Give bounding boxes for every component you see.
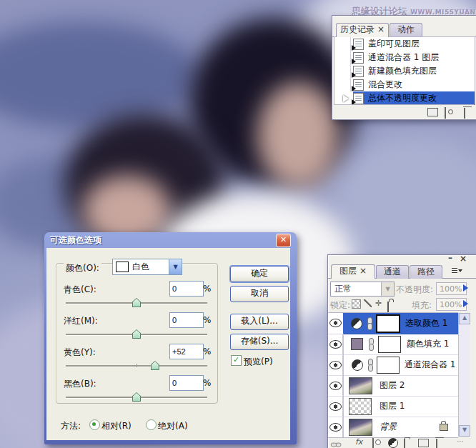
history-row[interactable]: 盖印可见图层 bbox=[334, 37, 475, 51]
add-mask-icon[interactable] bbox=[372, 438, 374, 448]
close-icon[interactable]: ✕ bbox=[276, 234, 291, 247]
new-group-icon[interactable] bbox=[404, 439, 405, 448]
panel-close-icon[interactable]: × bbox=[460, 254, 467, 264]
visibility-well[interactable] bbox=[328, 375, 344, 396]
tab-channels-label: 通道 bbox=[384, 267, 401, 277]
black-label: 黑色(B): bbox=[64, 378, 96, 390]
chevron-down-icon[interactable]: ▼ bbox=[169, 259, 182, 274]
opacity-value[interactable]: 100% bbox=[436, 282, 467, 295]
tab-actions[interactable]: 动作 bbox=[390, 23, 422, 36]
layer-row[interactable]: 通道混合器 1 bbox=[328, 354, 458, 376]
history-state-label: 总体不透明度更改 bbox=[368, 92, 437, 104]
black-input[interactable] bbox=[169, 375, 204, 391]
visibility-well[interactable] bbox=[328, 334, 344, 354]
history-state-label: 混合更改 bbox=[368, 79, 402, 91]
new-layer-icon[interactable] bbox=[418, 439, 429, 447]
visibility-well[interactable] bbox=[328, 396, 344, 417]
opacity-slider-arrow-icon[interactable] bbox=[463, 284, 468, 292]
tab-channels[interactable]: 通道 bbox=[376, 265, 409, 279]
visibility-well[interactable] bbox=[328, 354, 344, 375]
load-button[interactable]: 载入(L)... bbox=[230, 314, 289, 330]
layer-thumbnail[interactable] bbox=[349, 377, 372, 394]
absolute-radio[interactable] bbox=[146, 419, 157, 430]
scroll-down-icon[interactable]: ▼ bbox=[459, 425, 470, 437]
history-row[interactable]: 混合更改 bbox=[334, 78, 475, 91]
new-adjustment-layer-icon[interactable] bbox=[388, 438, 398, 448]
magenta-input[interactable] bbox=[169, 312, 204, 328]
magenta-slider[interactable] bbox=[66, 334, 207, 336]
layer-name: 图层 1 bbox=[380, 400, 405, 412]
eye-icon[interactable] bbox=[329, 382, 342, 390]
lock-position-icon[interactable]: ✛ bbox=[375, 299, 382, 307]
eye-icon[interactable] bbox=[329, 361, 342, 369]
lock-all-icon[interactable] bbox=[387, 302, 389, 313]
new-snapshot-icon[interactable] bbox=[445, 107, 446, 119]
tab-layers[interactable]: 图层 × bbox=[331, 264, 375, 279]
lock-pixels-icon[interactable] bbox=[364, 299, 372, 307]
layer-row[interactable]: 图层 1 bbox=[328, 396, 458, 417]
color-select[interactable]: 白色 ▼ bbox=[112, 259, 182, 275]
blend-mode-value: 正常 bbox=[334, 283, 352, 295]
layers-panel: – × 图层 × 通道 路径 正常 ▼ 不透明度: 100% 锁定: ✛ 填充:… bbox=[327, 254, 476, 448]
layer-row-background[interactable]: 背景 bbox=[328, 417, 458, 437]
eye-icon[interactable] bbox=[329, 423, 342, 432]
visibility-well[interactable] bbox=[328, 417, 344, 437]
history-row-selected[interactable]: 总体不透明度更改 bbox=[334, 91, 475, 105]
layer-list-scrollbar[interactable]: ▲ ▼ bbox=[458, 313, 470, 437]
link-mask-icon bbox=[367, 317, 372, 329]
layer-mask-thumbnail[interactable] bbox=[376, 314, 400, 333]
layers-tab-strip: 图层 × 通道 路径 bbox=[328, 264, 476, 279]
layer-name: 背景 bbox=[380, 421, 397, 433]
layer-row-selected[interactable]: 选取颜色 1 bbox=[328, 313, 458, 334]
relative-radio[interactable] bbox=[89, 419, 100, 430]
black-slider[interactable] bbox=[66, 397, 207, 399]
visibility-well[interactable] bbox=[328, 313, 343, 334]
fill-label: 填充: bbox=[412, 299, 432, 312]
cancel-button[interactable]: 取消 bbox=[230, 286, 289, 302]
layer-row[interactable]: 颜色填充 1 bbox=[328, 334, 458, 355]
history-state-icon bbox=[353, 66, 364, 77]
eye-icon[interactable] bbox=[329, 319, 342, 327]
fill-value[interactable]: 100% bbox=[436, 298, 467, 311]
ok-button[interactable]: 确定 bbox=[230, 266, 289, 282]
eye-icon[interactable] bbox=[329, 340, 342, 349]
photo-bg-blob bbox=[336, 136, 476, 272]
photo-bg-blob bbox=[0, 21, 200, 129]
cyan-input[interactable] bbox=[169, 281, 204, 297]
layer-row[interactable]: 图层 2 bbox=[328, 375, 458, 397]
cyan-slider[interactable] bbox=[66, 302, 207, 304]
eye-icon[interactable] bbox=[329, 402, 342, 411]
preview-checkbox[interactable]: ✓ bbox=[231, 355, 242, 366]
blend-mode-select[interactable]: 正常 ▼ bbox=[330, 282, 395, 297]
resize-grip-icon[interactable]: ⋯ bbox=[457, 437, 464, 445]
magenta-unit: % bbox=[203, 315, 211, 325]
history-row[interactable]: 新建颜色填充图层 bbox=[334, 64, 475, 78]
layer-thumbnail[interactable] bbox=[349, 419, 372, 436]
fill-slider-arrow-icon[interactable] bbox=[463, 300, 468, 307]
lock-transparency-icon[interactable] bbox=[352, 299, 361, 309]
save-button[interactable]: 存储(S)... bbox=[230, 334, 289, 350]
fill-layer-swatch bbox=[351, 338, 363, 350]
new-document-from-state-icon[interactable] bbox=[427, 108, 438, 116]
history-brush-well[interactable] bbox=[334, 91, 353, 105]
delete-state-icon[interactable] bbox=[464, 108, 465, 119]
layer-style-fx-icon[interactable]: fx bbox=[355, 437, 362, 447]
dialog-titlebar[interactable]: 可选颜色选项 ✕ bbox=[46, 232, 294, 248]
scroll-up-icon[interactable]: ▲ bbox=[459, 313, 470, 324]
yellow-input[interactable] bbox=[169, 344, 204, 359]
layer-mask-thumbnail[interactable] bbox=[378, 336, 401, 353]
layer-mask-thumbnail[interactable] bbox=[377, 357, 400, 374]
panel-minimize-icon[interactable]: – bbox=[448, 254, 452, 263]
history-row[interactable]: 通道混合器 1 图层 bbox=[334, 51, 475, 64]
link-layers-icon[interactable] bbox=[332, 443, 342, 447]
layer-thumbnail[interactable] bbox=[349, 398, 372, 415]
tab-history-label: 历史记录 × bbox=[340, 24, 385, 34]
yellow-slider[interactable] bbox=[66, 365, 207, 367]
history-state-pointer-icon[interactable] bbox=[343, 95, 349, 102]
adjustment-layer-icon bbox=[351, 318, 362, 329]
delete-layer-icon[interactable] bbox=[436, 439, 437, 448]
layers-footer: fx ⋯ bbox=[328, 437, 476, 448]
tab-paths[interactable]: 路径 bbox=[410, 265, 442, 279]
chevron-down-icon: ▼ bbox=[381, 282, 394, 296]
tab-history[interactable]: 历史记录 × bbox=[336, 23, 389, 37]
